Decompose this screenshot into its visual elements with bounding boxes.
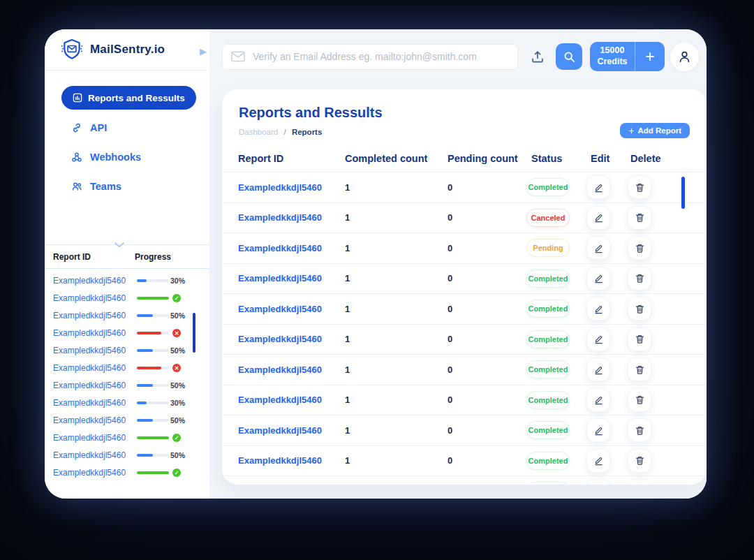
sidebar-report-row[interactable]: Exampledkkdjl5460 ✓ <box>45 429 209 447</box>
trash-icon <box>635 395 645 405</box>
sidebar-report-id: Exampledkkdjl5460 <box>53 328 126 338</box>
progress-bar-fill <box>137 436 169 439</box>
sidebar-item-api[interactable]: API <box>61 121 198 135</box>
table-row: Exampledkkdjl5460 1 0 Canceled <box>222 203 707 234</box>
sidebar-item-teams[interactable]: Teams <box>61 179 198 193</box>
sidebar-report-row[interactable]: Exampledkkdjl5460 50% <box>45 342 209 360</box>
sidebar-report-row[interactable]: Exampledkkdjl5460 50% <box>45 307 209 325</box>
delete-button[interactable] <box>628 449 651 473</box>
sidebar-nav: Reports and Ressults API <box>45 71 209 193</box>
edit-button[interactable] <box>586 206 610 230</box>
sidebar-report-id: Exampledkkdjl5460 <box>53 381 126 390</box>
edit-button[interactable] <box>586 418 610 442</box>
delete-button[interactable] <box>628 267 651 290</box>
delete-button[interactable] <box>628 418 651 442</box>
edit-button[interactable] <box>586 236 610 260</box>
add-report-button[interactable]: + Add Report <box>620 123 690 138</box>
search-icon <box>563 51 575 63</box>
status-badge: Canceled <box>526 209 570 227</box>
edit-button[interactable] <box>586 297 610 320</box>
completed-count-cell: 1 <box>345 395 448 405</box>
credits-button[interactable]: 15000 Credits + <box>590 42 665 71</box>
mailsentry-shield-logo-icon <box>60 38 84 61</box>
sidebar-report-row[interactable]: Exampledkkdjl5460 ✓ <box>45 464 209 482</box>
sidebar-report-id: Exampledkkdjl5460 <box>53 363 126 373</box>
user-profile-button[interactable] <box>670 43 699 71</box>
progress-value: 50% <box>170 451 185 459</box>
pending-count-cell: 0 <box>448 243 531 253</box>
breadcrumb-separator: / <box>283 128 286 136</box>
report-id-cell: Exampledkkdjl5460 <box>238 425 345 436</box>
pencil-icon <box>593 212 604 223</box>
pencil-icon <box>593 243 604 253</box>
edit-button[interactable] <box>586 267 610 290</box>
delete-button[interactable] <box>628 327 651 351</box>
progress-bar-track <box>137 401 169 404</box>
progress-bar-fill <box>137 401 147 404</box>
completed-count-cell: 1 <box>345 304 448 314</box>
sidebar-item-reports[interactable]: Reports and Ressults <box>61 86 196 110</box>
progress-bar-track <box>137 436 169 439</box>
completed-count-cell: 1 <box>345 334 448 344</box>
status-cell: Completed <box>531 300 591 318</box>
progress-bar-fill <box>137 471 169 474</box>
delete-button[interactable] <box>628 175 651 199</box>
progress-value: 50% <box>170 311 185 320</box>
delete-button[interactable] <box>628 297 651 320</box>
check-circle-icon: ✓ <box>172 434 181 442</box>
status-badge: Completed <box>526 421 570 439</box>
status-badge: Completed <box>526 178 570 196</box>
sidebar: MailSentry.io ▶ Reports and Ressults <box>45 29 209 499</box>
sidebar-report-row[interactable]: Exampledkkdjl5460 30% <box>45 272 209 290</box>
sidebar-report-row[interactable]: Exampledkkdjl5460 ✕ <box>45 325 209 342</box>
pending-count-cell: 0 <box>448 212 531 223</box>
add-report-label: Add Report <box>637 126 681 135</box>
sidebar-item-label: Teams <box>90 181 121 192</box>
sidebar-report-row[interactable]: Exampledkkdjl5460 50% <box>45 377 209 395</box>
search-placeholder: Verify an Email Address eg. mailto:john@… <box>253 51 477 62</box>
sidebar-scrollbar-thumb[interactable] <box>193 313 195 353</box>
completed-count-cell: 1 <box>345 425 448 436</box>
sidebar-report-row[interactable]: Exampledkkdjl5460 ✓ <box>45 290 209 307</box>
status-cell: Completed <box>531 178 591 196</box>
search-button[interactable] <box>556 43 582 70</box>
sidebar-report-row[interactable]: Exampledkkdjl5460 50% <box>45 447 209 464</box>
edit-cell <box>591 327 630 351</box>
email-verify-input[interactable]: Verify an Email Address eg. mailto:john@… <box>222 44 518 70</box>
edit-button[interactable] <box>586 358 610 381</box>
delete-button[interactable] <box>628 479 651 485</box>
sidebar-collapse-chevron-right-icon[interactable]: ▶ <box>200 46 207 57</box>
delete-button[interactable] <box>628 236 651 260</box>
edit-cell <box>591 297 630 320</box>
progress-bar-track <box>137 279 169 282</box>
sidebar-report-id: Exampledkkdjl5460 <box>53 276 126 286</box>
sidebar-report-row[interactable]: Exampledkkdjl5460 30% <box>45 395 209 412</box>
edit-cell <box>591 358 630 381</box>
delete-button[interactable] <box>628 388 651 412</box>
completed-count-cell: 1 <box>345 182 448 193</box>
report-id-cell: Exampledkkdjl5460 <box>238 273 345 283</box>
status-cell: Completed <box>531 391 591 409</box>
status-badge: Completed <box>526 482 570 485</box>
table-scrollbar-thumb[interactable] <box>681 177 685 209</box>
sidebar-report-row[interactable]: Exampledkkdjl5460 ✕ <box>45 360 209 377</box>
delete-button[interactable] <box>628 206 651 230</box>
edit-button[interactable] <box>586 449 610 473</box>
edit-button[interactable] <box>586 175 610 199</box>
delete-button[interactable] <box>628 358 651 381</box>
trash-icon <box>635 243 645 253</box>
sidebar-report-row[interactable]: Exampledkkdjl5460 50% <box>45 412 209 429</box>
sidebar-item-webhooks[interactable]: Webhooks <box>61 150 198 164</box>
edit-button[interactable] <box>586 327 610 351</box>
breadcrumb-dashboard-link[interactable]: Dashboard <box>239 128 278 136</box>
edit-button[interactable] <box>586 479 610 485</box>
progress-bar-track <box>137 332 169 334</box>
table-row: Exampledkkdjl5460 1 0 Completed <box>222 172 707 203</box>
edit-button[interactable] <box>586 388 610 412</box>
status-badge: Completed <box>526 360 570 378</box>
upload-button[interactable] <box>528 47 547 66</box>
edit-cell <box>591 175 630 199</box>
team-icon <box>71 181 82 192</box>
completed-count-cell: 1 <box>345 364 448 375</box>
progress-bar-track <box>137 367 169 369</box>
